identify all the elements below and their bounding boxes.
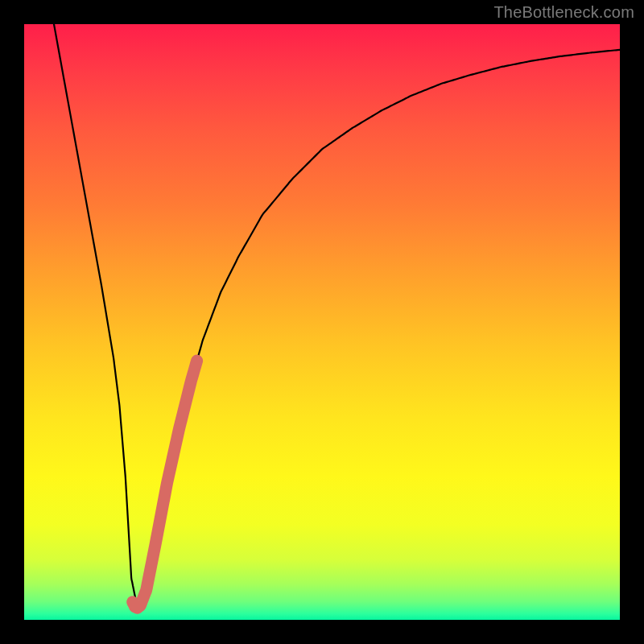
bottleneck-curve	[54, 24, 620, 608]
chart-frame: TheBottleneck.com	[0, 0, 644, 644]
watermark-text: TheBottleneck.com	[493, 3, 634, 22]
highlight-marker	[133, 361, 197, 608]
plot-area	[24, 24, 620, 620]
chart-svg	[24, 24, 620, 620]
